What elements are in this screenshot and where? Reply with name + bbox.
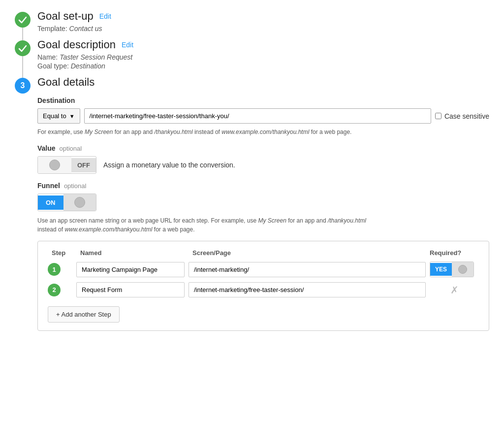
equal-to-button[interactable]: Equal to ▼ — [37, 108, 80, 124]
hint-example: www.example.com/thankyou.html — [221, 129, 309, 135]
funnel-hint-thankyou: /thankyou.html — [328, 217, 366, 224]
case-sensitive-checkbox[interactable] — [435, 113, 441, 119]
goal-details-section: 3 Goal details Destination Equal to ▼ Ca… — [15, 76, 489, 331]
req-yes-label: YES — [430, 263, 452, 276]
name-value: Taster Session Request — [60, 53, 132, 61]
funnel-row-2: 2 ✗ — [48, 282, 479, 297]
goal-setup-header: Goal set-up Edit — [37, 10, 489, 23]
funnel-step-1-indicator: 1 — [48, 263, 72, 276]
goal-setup-meta: Template: Contact us — [37, 25, 489, 32]
funnel-toggle-container: ON — [37, 194, 489, 211]
funnel-hint-prefix: Use an app screen name string or a web p… — [37, 217, 256, 224]
goal-type-key: Goal type: — [37, 62, 69, 70]
goal-details-header: Goal details — [37, 76, 489, 89]
funnel-row-1-named-input[interactable] — [76, 262, 185, 277]
goal-setup-content: Goal set-up Edit Template: Contact us — [37, 10, 489, 33]
goal-details-title: Goal details — [37, 76, 94, 89]
value-row: OFF Assign a monetary value to the conve… — [37, 156, 489, 174]
funnel-toggle-label: ON — [38, 195, 63, 210]
remove-row-2-button[interactable]: ✗ — [430, 284, 479, 296]
funnel-header-row: Step Named Screen/Page Required? — [48, 249, 479, 257]
svg-point-1 — [15, 41, 30, 56]
funnel-table: Step Named Screen/Page Required? 1 YES — [37, 241, 489, 331]
destination-input[interactable] — [84, 108, 431, 124]
required-toggle-1[interactable]: YES — [430, 261, 474, 277]
funnel-row-2-named-input[interactable] — [76, 282, 185, 297]
step-check-2 — [15, 40, 31, 56]
col-screen-page: Screen/Page — [192, 249, 426, 257]
hint-suffix: for a web page. — [311, 129, 352, 135]
req-circle-1 — [458, 265, 467, 274]
funnel-toggle[interactable]: ON — [37, 194, 96, 211]
funnel-row-1: 1 YES — [48, 261, 479, 277]
template-value: Contact us — [69, 25, 102, 32]
hint-prefix: For example, use — [37, 129, 83, 135]
dropdown-caret-icon: ▼ — [69, 113, 75, 119]
svg-point-0 — [15, 12, 30, 27]
funnel-row-1-screen-input[interactable] — [189, 262, 426, 277]
goal-description-type: Goal type: Destination — [37, 62, 489, 70]
goal-type-value: Destination — [71, 62, 105, 70]
funnel-toggle-circle — [74, 197, 85, 208]
destination-label: Destination — [37, 97, 489, 104]
step-circle-1: 1 — [48, 263, 61, 276]
funnel-hint-and: for an app and — [288, 217, 326, 224]
funnel-hint-example: www.example.com/thankyou.html — [64, 226, 152, 233]
goal-description-title: Goal description — [37, 38, 116, 51]
step-number-3: 3 — [15, 78, 31, 94]
value-toggle-label: OFF — [71, 158, 96, 172]
funnel-hint-suffix: for a web page. — [154, 226, 195, 233]
funnel-optional-text: optional — [64, 182, 87, 190]
step-circle-2: 2 — [48, 284, 61, 296]
goal-setup-section: Goal set-up Edit Template: Contact us — [15, 10, 489, 33]
funnel-row-2-screen-input[interactable] — [189, 282, 426, 297]
goal-setup-edit[interactable]: Edit — [99, 12, 111, 20]
add-step-button[interactable]: + Add another Step — [48, 306, 120, 323]
col-step: Step — [52, 249, 76, 257]
value-toggle-handle-area — [38, 157, 71, 173]
value-optional-text: optional — [60, 145, 82, 152]
template-key: Template: — [37, 25, 67, 32]
funnel-hint-instead: instead of — [37, 226, 63, 233]
goal-setup-title: Goal set-up — [37, 10, 94, 23]
step-check-1 — [15, 12, 31, 28]
destination-row: Equal to ▼ Case sensitive — [37, 108, 489, 124]
value-label: Value — [37, 144, 56, 152]
destination-hint: For example, use My Screen for an app an… — [37, 128, 489, 136]
funnel-row-1-required: YES — [430, 261, 479, 277]
hint-middle2: instead of — [194, 129, 220, 135]
col-named: Named — [80, 249, 189, 257]
equal-to-label: Equal to — [43, 112, 66, 120]
value-toggle-handle-circle — [49, 160, 60, 170]
funnel-toggle-handle — [63, 194, 96, 211]
goal-description-edit[interactable]: Edit — [122, 41, 133, 49]
value-field-label: Value optional — [37, 144, 489, 152]
name-key: Name: — [37, 53, 58, 61]
hint-my-screen: My Screen — [85, 129, 113, 135]
goal-description-content: Goal description Edit Name: Taster Sessi… — [37, 38, 489, 71]
req-handle-1 — [452, 262, 473, 277]
funnel-hint-myscreen: My Screen — [258, 217, 286, 224]
funnel-field-label: Funnel optional — [37, 182, 489, 190]
case-sensitive-row: Case sensitive — [435, 112, 489, 120]
funnel-step-2-indicator: 2 — [48, 284, 72, 296]
goal-details-content: Goal details Destination Equal to ▼ Case… — [37, 76, 489, 331]
hint-thankyou: /thankyou.html — [155, 129, 193, 135]
case-sensitive-label: Case sensitive — [444, 112, 489, 120]
col-required: Required? — [430, 249, 479, 257]
goal-description-header: Goal description Edit — [37, 38, 489, 51]
goal-description-name: Name: Taster Session Request — [37, 53, 489, 61]
funnel-label: Funnel — [37, 182, 60, 190]
value-toggle[interactable]: OFF — [37, 156, 96, 174]
funnel-hint: Use an app screen name string or a web p… — [37, 216, 489, 234]
value-hint: Assign a monetary value to the conversio… — [103, 161, 235, 169]
hint-middle: for an app and — [115, 129, 153, 135]
goal-description-section: Goal description Edit Name: Taster Sessi… — [15, 38, 489, 71]
